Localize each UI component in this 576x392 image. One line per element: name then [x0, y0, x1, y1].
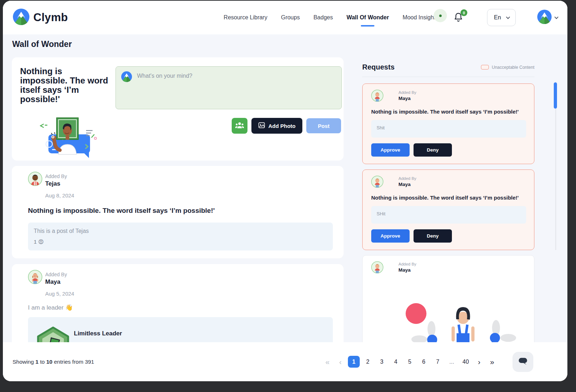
chat-bubble-icon [517, 356, 529, 368]
added-by-label: Added By [45, 173, 74, 179]
post-meta: Added By Tejas Aug 8, 2024 [28, 173, 74, 199]
post-input[interactable] [137, 71, 336, 104]
post-meta: Added By Maya Aug 5, 2024 [28, 272, 74, 297]
page-button-3[interactable]: 3 [376, 356, 388, 368]
pagination: « ‹ 1 2 3 4 5 6 7 ... 40 › » [322, 356, 497, 368]
divider [362, 77, 534, 77]
maya-avatar [371, 261, 383, 275]
post-comment-box: This is a post of Tejas 1 😍 [28, 223, 333, 250]
post-date: Aug 5, 2024 [45, 291, 74, 297]
maya-avatar [371, 176, 383, 189]
user-avatar [537, 10, 552, 25]
request-card-flagged: Added By Maya Nothing is impossible. The… [362, 83, 534, 164]
composer-avatar-logo [121, 71, 132, 83]
people-group-icon [235, 121, 244, 131]
requests-title: Requests [362, 63, 395, 71]
added-by-label: Added By [398, 262, 416, 266]
entries-summary: Showing 1 to 10 entries from 391 [13, 359, 94, 365]
comment-reactions: 1 😍 [34, 239, 327, 245]
approve-button[interactable]: Approve [371, 229, 410, 243]
request-author: Maya [398, 182, 416, 187]
post-button[interactable]: Post [306, 118, 341, 133]
badge-name: Limitless Leader [74, 330, 122, 337]
page-button-6[interactable]: 6 [418, 356, 430, 368]
added-by-label: Added By [398, 90, 416, 95]
page-button-5[interactable]: 5 [404, 356, 416, 368]
language-selector[interactable]: En [487, 9, 516, 26]
chevron-down-icon [554, 15, 558, 19]
woman-with-flowers-illustration [371, 278, 525, 342]
brand-name: Clymb [33, 11, 68, 24]
maya-avatar [371, 90, 383, 103]
badge-earned-box: Limitless Leader [28, 317, 333, 342]
next-page-button[interactable]: › [474, 356, 485, 368]
page-button-1[interactable]: 1 [348, 356, 360, 368]
user-avatar-menu[interactable] [537, 10, 557, 25]
mood-status-indicator [434, 9, 447, 22]
share-audience-button[interactable] [232, 118, 247, 134]
post-author: Maya [45, 278, 74, 286]
nav-badges[interactable]: Badges [313, 14, 333, 21]
first-page-button[interactable]: « [322, 356, 333, 368]
deny-button[interactable]: Deny [414, 143, 452, 157]
footer-bar: Showing 1 to 10 entries from 391 « ‹ 1 2… [3, 342, 567, 381]
add-photo-label: Add Photo [268, 123, 296, 129]
flagged-comment: Shit [371, 120, 526, 138]
flagged-color-swatch [481, 65, 489, 70]
main-nav: Resource Library Groups Badges Wall Of W… [224, 9, 557, 26]
post-text: I am a leader 👋 [28, 304, 73, 311]
request-author: Maya [398, 267, 416, 273]
post-author: Tejas [45, 180, 74, 187]
post-card-tejas: Added By Tejas Aug 8, 2024 Nothing is im… [12, 166, 344, 258]
clymb-mountain-logo-icon [13, 9, 29, 27]
request-post-title: Nothing is impossible. The word itself s… [371, 195, 519, 201]
app-window: Clymb Resource Library Groups Badges Wal… [3, 1, 567, 381]
flagged-comment: SHit [371, 206, 526, 224]
previous-page-button[interactable]: ‹ [335, 356, 346, 368]
page-button-2[interactable]: 2 [362, 356, 374, 368]
deny-button[interactable]: Deny [414, 229, 452, 243]
post-date: Aug 8, 2024 [45, 192, 74, 199]
nav-wall-of-wonder[interactable]: Wall Of Wonder [346, 14, 389, 21]
request-post-title: Nothing is impossible. The word itself s… [371, 109, 519, 115]
post-label: Post [318, 123, 330, 129]
active-tab-underline [361, 25, 374, 27]
language-value: En [494, 14, 501, 21]
last-page-button[interactable]: » [487, 356, 497, 368]
person-in-frame-illustration [34, 113, 99, 160]
composer-actions: Add Photo Post [232, 118, 341, 134]
entries-end: 10 [46, 359, 52, 365]
chat-widget-button[interactable] [513, 352, 533, 372]
nav-resource-library[interactable]: Resource Library [224, 14, 268, 21]
approve-button[interactable]: Approve [371, 143, 410, 157]
add-photo-button[interactable]: Add Photo [251, 118, 302, 134]
added-by-label: Added By [398, 176, 416, 181]
page-title: Wall of Wonder [12, 39, 72, 49]
main-content: Wall of Wonder Nothing is impossible. Th… [3, 34, 567, 342]
chevron-down-icon [506, 15, 510, 19]
requests-scrollbar-thumb[interactable] [554, 82, 557, 109]
page-button-40[interactable]: 40 [460, 356, 472, 368]
brand-logo[interactable]: Clymb [13, 9, 68, 27]
legend-label: Unacceptable Content [492, 65, 534, 70]
notification-count-badge: 0 [461, 9, 467, 16]
unacceptable-content-legend: Unacceptable Content [481, 65, 534, 70]
notifications-button[interactable]: 0 [453, 12, 464, 23]
nav-mood-insights[interactable]: Mood Insights [402, 14, 438, 21]
page-button-7[interactable]: 7 [432, 356, 444, 368]
request-card-flagged: Added By Maya Nothing is impossible. The… [362, 169, 534, 250]
bell-icon [453, 18, 463, 24]
comment-text: This is a post of Tejas [34, 228, 327, 234]
post-title: Nothing is impossible. The word itself s… [28, 207, 215, 215]
limitless-leader-badge-icon [34, 321, 72, 342]
post-card-maya: Added By Maya Aug 5, 2024 I am a leader … [12, 264, 344, 342]
inspiration-quote: Nothing is impossible. The word itself s… [20, 67, 110, 104]
composer-card: Nothing is impossible. The word itself s… [12, 57, 344, 161]
request-card: Added By Maya [362, 255, 534, 342]
requests-panel: Requests Unacceptable Content [362, 63, 534, 77]
request-author: Maya [398, 96, 416, 101]
new-post-composer [115, 66, 342, 109]
page-button-4[interactable]: 4 [390, 356, 402, 368]
top-navbar: Clymb Resource Library Groups Badges Wal… [3, 1, 567, 34]
nav-groups[interactable]: Groups [281, 14, 299, 21]
